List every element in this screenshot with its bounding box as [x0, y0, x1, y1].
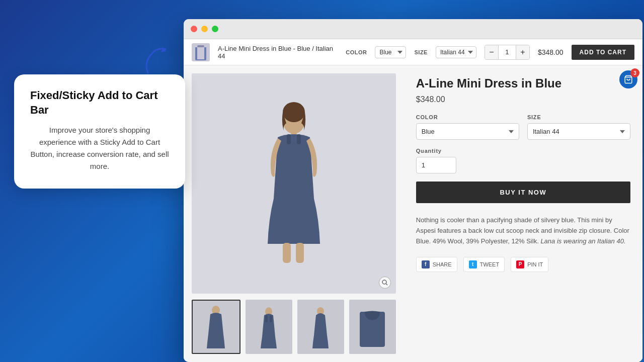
zoom-icon[interactable] [379, 277, 391, 289]
thumbnail-3[interactable] [297, 300, 344, 354]
close-button[interactable] [191, 26, 197, 32]
social-buttons: f SHARE t TWEET P PIN IT [416, 257, 630, 272]
pin-button[interactable]: P PIN IT [511, 257, 548, 272]
sticky-product-thumbnail [192, 43, 210, 61]
sticky-quantity-controls: − + [485, 45, 530, 60]
color-label: COLOR [416, 114, 519, 120]
sticky-product-name: A-Line Mini Dress in Blue - Blue / Itali… [218, 45, 338, 60]
sticky-add-to-cart-button[interactable]: ADD TO CART [572, 45, 634, 60]
main-content: 3 A-Line Mini Dress in Blue $348.00 COLO… [184, 65, 642, 362]
product-price: $348.00 [416, 95, 630, 104]
sticky-color-select[interactable]: Blue Black Red [375, 46, 406, 58]
overlay-card: Fixed/Sticky Add to Cart Bar Improve you… [14, 74, 185, 189]
size-select[interactable]: Italian 38 Italian 40 Italian 42 Italian… [527, 123, 630, 140]
pinterest-icon: P [516, 260, 524, 268]
card-title: Fixed/Sticky Add to Cart Bar [30, 88, 169, 117]
tweet-button[interactable]: t TWEET [463, 257, 505, 272]
quantity-label: Quantity [416, 148, 630, 154]
sticky-size-label: SIZE [414, 49, 427, 55]
cart-icon-button[interactable]: 3 [619, 70, 637, 88]
size-option-group: SIZE Italian 38 Italian 40 Italian 42 It… [527, 114, 630, 140]
sticky-price: $348.00 [538, 48, 564, 56]
quantity-input[interactable] [416, 157, 456, 173]
card-text: Improve your store's shopping experience… [30, 124, 169, 172]
sticky-bar: A-Line Mini Dress in Blue - Blue / Itali… [184, 39, 642, 65]
sticky-size-select[interactable]: Italian 38 Italian 40 Italian 42 Italian… [436, 46, 476, 58]
color-option-group: COLOR Blue Black Red [416, 114, 519, 140]
svg-point-2 [283, 102, 305, 122]
options-row: COLOR Blue Black Red SIZE Italian 38 Ita… [416, 114, 630, 140]
color-select[interactable]: Blue Black Red [416, 123, 519, 140]
svg-rect-4 [287, 134, 291, 144]
browser-window: A-Line Mini Dress in Blue - Blue / Itali… [184, 19, 642, 362]
facebook-icon: f [422, 260, 430, 268]
main-product-image [192, 73, 396, 294]
svg-rect-12 [265, 315, 268, 322]
product-details: 3 A-Line Mini Dress in Blue $348.00 COLO… [404, 65, 642, 362]
svg-rect-13 [270, 315, 272, 322]
maximize-button[interactable] [212, 26, 218, 32]
product-description: Nothing is cooler than a pacifying shade… [416, 215, 630, 246]
svg-rect-5 [297, 134, 301, 144]
thumbnails [192, 300, 396, 354]
cart-badge: 3 [630, 68, 639, 77]
svg-rect-6 [283, 243, 291, 263]
thumbnail-4[interactable] [349, 300, 396, 354]
svg-rect-0 [197, 45, 204, 47]
sticky-color-label: COLOR [346, 49, 367, 55]
svg-line-9 [386, 284, 387, 285]
product-images [184, 65, 404, 362]
svg-point-8 [382, 280, 386, 284]
sticky-quantity-decrease[interactable]: − [485, 45, 498, 59]
thumbnail-1[interactable] [192, 300, 240, 354]
dress-svg [238, 98, 349, 269]
svg-rect-7 [296, 243, 304, 263]
title-bar [184, 19, 642, 39]
minimize-button[interactable] [201, 26, 208, 32]
twitter-icon: t [469, 260, 477, 268]
product-title: A-Line Mini Dress in Blue [416, 75, 630, 91]
size-label: SIZE [527, 114, 630, 120]
sticky-quantity-increase[interactable]: + [516, 45, 529, 59]
share-button[interactable]: f SHARE [416, 257, 457, 272]
sticky-quantity-input[interactable] [498, 45, 516, 59]
arrow-icon [138, 45, 173, 82]
traffic-lights [191, 26, 218, 32]
buy-now-button[interactable]: BUY IT NOW [416, 182, 630, 203]
thumbnail-2[interactable] [246, 300, 292, 354]
